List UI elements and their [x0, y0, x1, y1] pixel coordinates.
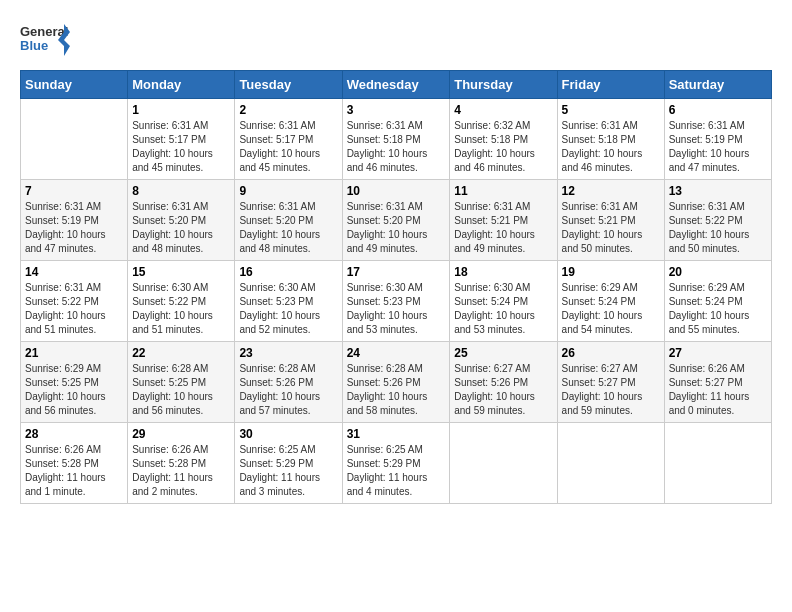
header-row: SundayMondayTuesdayWednesdayThursdayFrid…	[21, 71, 772, 99]
calendar-body: 1Sunrise: 6:31 AMSunset: 5:17 PMDaylight…	[21, 99, 772, 504]
day-info: Sunrise: 6:31 AMSunset: 5:22 PMDaylight:…	[669, 200, 767, 256]
week-row-5: 28Sunrise: 6:26 AMSunset: 5:28 PMDayligh…	[21, 423, 772, 504]
header-cell-monday: Monday	[128, 71, 235, 99]
day-number: 20	[669, 265, 767, 279]
day-info: Sunrise: 6:25 AMSunset: 5:29 PMDaylight:…	[239, 443, 337, 499]
day-info: Sunrise: 6:27 AMSunset: 5:26 PMDaylight:…	[454, 362, 552, 418]
day-cell: 20Sunrise: 6:29 AMSunset: 5:24 PMDayligh…	[664, 261, 771, 342]
day-cell: 6Sunrise: 6:31 AMSunset: 5:19 PMDaylight…	[664, 99, 771, 180]
day-info: Sunrise: 6:26 AMSunset: 5:28 PMDaylight:…	[25, 443, 123, 499]
day-number: 5	[562, 103, 660, 117]
day-info: Sunrise: 6:31 AMSunset: 5:18 PMDaylight:…	[347, 119, 446, 175]
day-cell: 18Sunrise: 6:30 AMSunset: 5:24 PMDayligh…	[450, 261, 557, 342]
day-cell: 17Sunrise: 6:30 AMSunset: 5:23 PMDayligh…	[342, 261, 450, 342]
day-info: Sunrise: 6:30 AMSunset: 5:24 PMDaylight:…	[454, 281, 552, 337]
day-number: 13	[669, 184, 767, 198]
day-number: 31	[347, 427, 446, 441]
day-info: Sunrise: 6:29 AMSunset: 5:24 PMDaylight:…	[669, 281, 767, 337]
day-number: 24	[347, 346, 446, 360]
day-cell: 23Sunrise: 6:28 AMSunset: 5:26 PMDayligh…	[235, 342, 342, 423]
day-info: Sunrise: 6:31 AMSunset: 5:17 PMDaylight:…	[132, 119, 230, 175]
day-cell: 1Sunrise: 6:31 AMSunset: 5:17 PMDaylight…	[128, 99, 235, 180]
calendar-header: SundayMondayTuesdayWednesdayThursdayFrid…	[21, 71, 772, 99]
day-info: Sunrise: 6:28 AMSunset: 5:26 PMDaylight:…	[347, 362, 446, 418]
day-cell: 5Sunrise: 6:31 AMSunset: 5:18 PMDaylight…	[557, 99, 664, 180]
header-cell-sunday: Sunday	[21, 71, 128, 99]
day-cell	[557, 423, 664, 504]
day-cell	[21, 99, 128, 180]
day-number: 29	[132, 427, 230, 441]
svg-text:Blue: Blue	[20, 38, 48, 53]
day-info: Sunrise: 6:31 AMSunset: 5:17 PMDaylight:…	[239, 119, 337, 175]
day-cell: 7Sunrise: 6:31 AMSunset: 5:19 PMDaylight…	[21, 180, 128, 261]
day-number: 9	[239, 184, 337, 198]
day-info: Sunrise: 6:31 AMSunset: 5:18 PMDaylight:…	[562, 119, 660, 175]
day-info: Sunrise: 6:30 AMSunset: 5:23 PMDaylight:…	[239, 281, 337, 337]
day-cell	[450, 423, 557, 504]
day-number: 1	[132, 103, 230, 117]
day-number: 22	[132, 346, 230, 360]
day-cell: 26Sunrise: 6:27 AMSunset: 5:27 PMDayligh…	[557, 342, 664, 423]
day-number: 12	[562, 184, 660, 198]
day-cell: 22Sunrise: 6:28 AMSunset: 5:25 PMDayligh…	[128, 342, 235, 423]
day-number: 14	[25, 265, 123, 279]
logo-svg: General Blue	[20, 20, 70, 60]
day-cell: 21Sunrise: 6:29 AMSunset: 5:25 PMDayligh…	[21, 342, 128, 423]
page-header: General Blue	[20, 20, 772, 60]
day-number: 25	[454, 346, 552, 360]
day-number: 18	[454, 265, 552, 279]
day-info: Sunrise: 6:31 AMSunset: 5:21 PMDaylight:…	[562, 200, 660, 256]
day-info: Sunrise: 6:31 AMSunset: 5:20 PMDaylight:…	[132, 200, 230, 256]
day-info: Sunrise: 6:31 AMSunset: 5:20 PMDaylight:…	[347, 200, 446, 256]
day-cell: 8Sunrise: 6:31 AMSunset: 5:20 PMDaylight…	[128, 180, 235, 261]
week-row-4: 21Sunrise: 6:29 AMSunset: 5:25 PMDayligh…	[21, 342, 772, 423]
week-row-2: 7Sunrise: 6:31 AMSunset: 5:19 PMDaylight…	[21, 180, 772, 261]
day-info: Sunrise: 6:26 AMSunset: 5:28 PMDaylight:…	[132, 443, 230, 499]
day-info: Sunrise: 6:28 AMSunset: 5:25 PMDaylight:…	[132, 362, 230, 418]
day-cell: 31Sunrise: 6:25 AMSunset: 5:29 PMDayligh…	[342, 423, 450, 504]
day-cell: 19Sunrise: 6:29 AMSunset: 5:24 PMDayligh…	[557, 261, 664, 342]
day-number: 7	[25, 184, 123, 198]
day-cell: 15Sunrise: 6:30 AMSunset: 5:22 PMDayligh…	[128, 261, 235, 342]
day-number: 19	[562, 265, 660, 279]
day-info: Sunrise: 6:26 AMSunset: 5:27 PMDaylight:…	[669, 362, 767, 418]
day-number: 15	[132, 265, 230, 279]
day-number: 26	[562, 346, 660, 360]
header-cell-thursday: Thursday	[450, 71, 557, 99]
day-cell: 10Sunrise: 6:31 AMSunset: 5:20 PMDayligh…	[342, 180, 450, 261]
day-cell: 27Sunrise: 6:26 AMSunset: 5:27 PMDayligh…	[664, 342, 771, 423]
day-info: Sunrise: 6:31 AMSunset: 5:21 PMDaylight:…	[454, 200, 552, 256]
day-info: Sunrise: 6:31 AMSunset: 5:19 PMDaylight:…	[25, 200, 123, 256]
day-number: 6	[669, 103, 767, 117]
day-cell: 30Sunrise: 6:25 AMSunset: 5:29 PMDayligh…	[235, 423, 342, 504]
day-number: 2	[239, 103, 337, 117]
day-number: 28	[25, 427, 123, 441]
day-info: Sunrise: 6:31 AMSunset: 5:22 PMDaylight:…	[25, 281, 123, 337]
day-info: Sunrise: 6:25 AMSunset: 5:29 PMDaylight:…	[347, 443, 446, 499]
day-cell: 25Sunrise: 6:27 AMSunset: 5:26 PMDayligh…	[450, 342, 557, 423]
day-number: 10	[347, 184, 446, 198]
day-number: 3	[347, 103, 446, 117]
day-info: Sunrise: 6:32 AMSunset: 5:18 PMDaylight:…	[454, 119, 552, 175]
day-number: 11	[454, 184, 552, 198]
day-cell: 9Sunrise: 6:31 AMSunset: 5:20 PMDaylight…	[235, 180, 342, 261]
day-info: Sunrise: 6:29 AMSunset: 5:25 PMDaylight:…	[25, 362, 123, 418]
calendar-table: SundayMondayTuesdayWednesdayThursdayFrid…	[20, 70, 772, 504]
day-info: Sunrise: 6:30 AMSunset: 5:23 PMDaylight:…	[347, 281, 446, 337]
day-cell: 13Sunrise: 6:31 AMSunset: 5:22 PMDayligh…	[664, 180, 771, 261]
day-info: Sunrise: 6:27 AMSunset: 5:27 PMDaylight:…	[562, 362, 660, 418]
day-cell: 12Sunrise: 6:31 AMSunset: 5:21 PMDayligh…	[557, 180, 664, 261]
day-number: 16	[239, 265, 337, 279]
day-number: 17	[347, 265, 446, 279]
day-number: 30	[239, 427, 337, 441]
day-cell: 24Sunrise: 6:28 AMSunset: 5:26 PMDayligh…	[342, 342, 450, 423]
header-cell-tuesday: Tuesday	[235, 71, 342, 99]
day-cell: 2Sunrise: 6:31 AMSunset: 5:17 PMDaylight…	[235, 99, 342, 180]
header-cell-wednesday: Wednesday	[342, 71, 450, 99]
day-cell	[664, 423, 771, 504]
day-number: 21	[25, 346, 123, 360]
day-number: 4	[454, 103, 552, 117]
day-cell: 29Sunrise: 6:26 AMSunset: 5:28 PMDayligh…	[128, 423, 235, 504]
day-info: Sunrise: 6:29 AMSunset: 5:24 PMDaylight:…	[562, 281, 660, 337]
day-info: Sunrise: 6:28 AMSunset: 5:26 PMDaylight:…	[239, 362, 337, 418]
